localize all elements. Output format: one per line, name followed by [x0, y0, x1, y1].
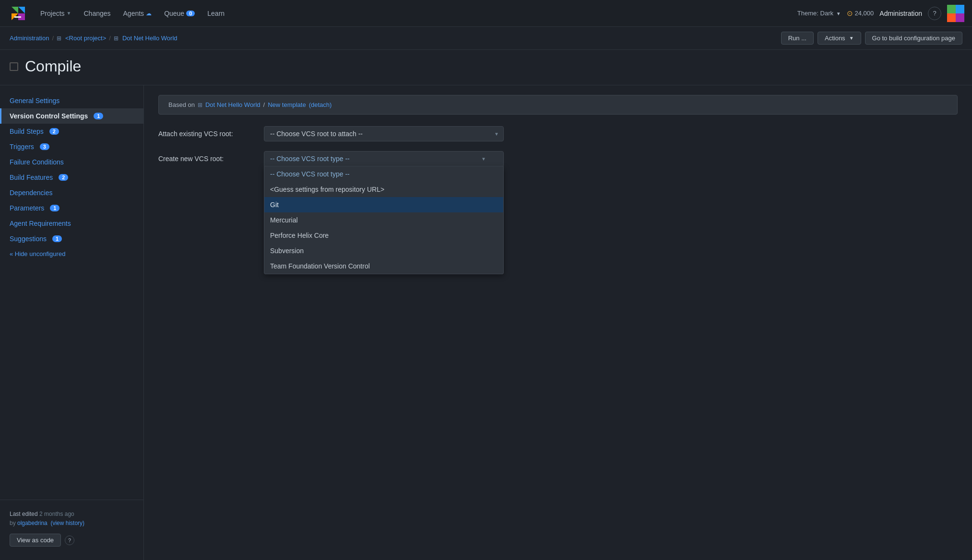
actions-button[interactable]: Actions ▼: [818, 32, 861, 45]
user-avatar[interactable]: [947, 5, 964, 22]
view-as-code-help[interactable]: ?: [65, 536, 74, 545]
vcs-form: Attach existing VCS root: -- Choose VCS …: [158, 126, 958, 166]
agents-cloud-icon: ☁: [146, 10, 152, 17]
attach-vcs-select[interactable]: -- Choose VCS root to attach --: [264, 126, 504, 141]
dropdown-option-mercurial[interactable]: Mercurial: [264, 212, 503, 228]
create-vcs-row: Create new VCS root: -- Choose VCS root …: [158, 151, 958, 166]
breadcrumb-bar: Administration / ⊞ <Root project> / ⊞ Do…: [0, 27, 972, 50]
page-title: Compile: [25, 58, 81, 75]
svg-rect-5: [14, 16, 21, 18]
content-area: Based on ⊞ Dot Net Hello World / New tem…: [144, 85, 972, 560]
sidebar-item-general-settings[interactable]: General Settings: [0, 93, 143, 108]
sidebar: General Settings Version Control Setting…: [0, 85, 144, 560]
admin-label: Administration: [879, 10, 922, 17]
dropdown-option-tfvc[interactable]: Team Foundation Version Control: [264, 258, 503, 274]
main-layout: General Settings Version Control Setting…: [0, 85, 972, 560]
create-vcs-dropdown-trigger[interactable]: -- Choose VCS root type -- ▼: [264, 151, 504, 166]
page-title-bar: Compile: [0, 50, 972, 85]
help-icon: ?: [68, 537, 71, 543]
based-on-banner: Based on ⊞ Dot Net Hello World / New tem…: [158, 95, 958, 115]
version-control-badge: 1: [94, 113, 103, 119]
teamcity-logo[interactable]: [8, 3, 29, 24]
sidebar-item-suggestions[interactable]: Suggestions 1: [0, 231, 143, 246]
changes-label: Changes: [83, 10, 110, 17]
breadcrumb-admin[interactable]: Administration: [10, 35, 49, 42]
sidebar-item-parameters[interactable]: Parameters 1: [0, 200, 143, 216]
attach-vcs-select-wrapper: -- Choose VCS root to attach --: [264, 126, 504, 141]
breadcrumb-sep-1: /: [52, 35, 54, 42]
title-checkbox[interactable]: [10, 62, 18, 71]
sidebar-item-build-steps[interactable]: Build Steps 2: [0, 124, 143, 139]
svg-rect-8: [947, 13, 956, 22]
queue-link[interactable]: Queue 0: [158, 7, 201, 20]
learn-label: Learn: [207, 10, 225, 17]
actions-dropdown-icon: ▼: [849, 35, 854, 41]
projects-link[interactable]: Projects ▼: [35, 7, 77, 20]
projects-dropdown-icon: ▼: [67, 11, 71, 16]
breadcrumb-project[interactable]: Dot Net Hello World: [122, 35, 178, 42]
breadcrumb: Administration / ⊞ <Root project> / ⊞ Do…: [10, 35, 178, 42]
dropdown-option-git[interactable]: Git: [264, 197, 503, 212]
create-vcs-control: -- Choose VCS root type -- ▼ -- Choose V…: [264, 151, 504, 166]
attach-vcs-control: -- Choose VCS root to attach --: [264, 126, 504, 141]
dropdown-option-guess[interactable]: <Guess settings from repository URL>: [264, 182, 503, 197]
dropdown-option-placeholder[interactable]: -- Choose VCS root type --: [264, 166, 503, 182]
topnav-links: Projects ▼ Changes Agents ☁ Queue 0 Lear…: [35, 7, 795, 20]
projects-label: Projects: [40, 10, 65, 17]
goto-build-config-button[interactable]: Go to build configuration page: [865, 32, 962, 45]
top-navigation: Projects ▼ Changes Agents ☁ Queue 0 Lear…: [0, 0, 972, 27]
create-vcs-label: Create new VCS root:: [158, 151, 254, 163]
last-edited-info: Last edited 2 months agoby olgabedrina (…: [10, 510, 134, 528]
actions-label: Actions: [825, 35, 845, 42]
sidebar-item-failure-conditions[interactable]: Failure Conditions: [0, 154, 143, 170]
breadcrumb-root-project[interactable]: <Root project>: [65, 35, 106, 42]
help-button[interactable]: ?: [928, 7, 941, 20]
theme-selector[interactable]: Theme: Dark ▼: [797, 10, 841, 17]
sidebar-item-triggers[interactable]: Triggers 3: [0, 139, 143, 154]
parameters-badge: 1: [50, 205, 59, 211]
learn-link[interactable]: Learn: [202, 7, 230, 20]
sidebar-item-build-features[interactable]: Build Features 2: [0, 170, 143, 185]
attach-vcs-row: Attach existing VCS root: -- Choose VCS …: [158, 126, 958, 141]
queue-label: Queue: [164, 10, 184, 17]
attach-vcs-label: Attach existing VCS root:: [158, 126, 254, 138]
view-as-code-row: View as code ?: [10, 534, 134, 547]
sidebar-item-version-control[interactable]: Version Control Settings 1: [0, 108, 143, 124]
credits-icon: ⊙: [847, 9, 853, 18]
help-icon: ?: [933, 10, 936, 17]
svg-rect-7: [956, 5, 964, 13]
sidebar-nav: General Settings Version Control Setting…: [0, 93, 143, 500]
suggestions-badge: 1: [52, 235, 62, 242]
breadcrumb-actions: Run ... Actions ▼ Go to build configurat…: [781, 32, 962, 45]
hide-unconfigured-link[interactable]: « Hide unconfigured: [0, 246, 143, 261]
view-as-code-button[interactable]: View as code: [10, 534, 61, 547]
triggers-badge: 3: [40, 143, 49, 150]
project-icon: ⊞: [114, 35, 119, 42]
create-vcs-chevron-icon: ▼: [481, 156, 486, 162]
create-vcs-trigger-text: -- Choose VCS root type --: [270, 155, 350, 163]
svg-rect-6: [947, 5, 956, 13]
root-project-icon: ⊞: [57, 35, 61, 42]
theme-dropdown-icon: ▼: [836, 11, 841, 16]
build-steps-badge: 2: [49, 128, 59, 135]
queue-badge: 0: [186, 11, 195, 16]
dropdown-option-svn[interactable]: Subversion: [264, 243, 503, 258]
build-features-badge: 2: [59, 174, 68, 181]
dropdown-option-perforce[interactable]: Perforce Helix Core: [264, 228, 503, 243]
sidebar-item-agent-requirements[interactable]: Agent Requirements: [0, 216, 143, 231]
svg-rect-9: [956, 13, 964, 22]
agents-link[interactable]: Agents ☁: [118, 7, 158, 20]
credits-display: ⊙ 24,000: [847, 9, 874, 18]
sidebar-item-dependencies[interactable]: Dependencies: [0, 185, 143, 200]
topnav-right: Theme: Dark ▼ ⊙ 24,000 Administration ?: [797, 5, 964, 22]
agents-label: Agents: [123, 10, 144, 17]
run-button[interactable]: Run ...: [781, 32, 814, 45]
sidebar-footer: Last edited 2 months agoby olgabedrina (…: [0, 500, 143, 556]
changes-link[interactable]: Changes: [78, 7, 116, 20]
breadcrumb-sep-2: /: [109, 35, 111, 42]
create-vcs-dropdown-list: -- Choose VCS root type -- <Guess settin…: [264, 166, 504, 274]
